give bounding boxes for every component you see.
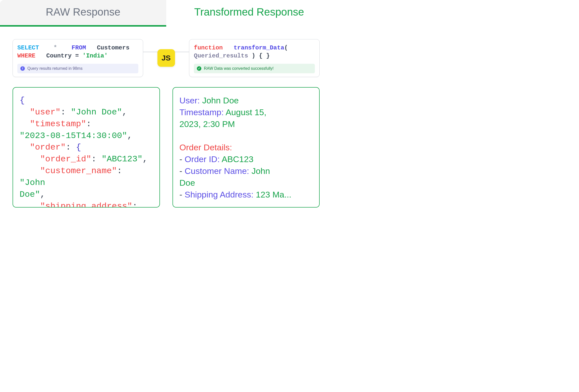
json-colon: :: [86, 119, 91, 129]
t-order-header: Order Details:: [180, 143, 232, 152]
sql-clause-prefix: Country =: [46, 52, 82, 59]
panels-row: { "user": "John Doe", "timestamp": "2023…: [0, 77, 332, 208]
json-key-order: "order": [30, 143, 66, 152]
js-badge: JS: [157, 49, 175, 67]
json-indent: [20, 166, 40, 176]
json-val-orderid: "ABC123": [101, 154, 142, 164]
t-cn-label: Customer Name:: [185, 166, 251, 176]
json-indent: [20, 107, 30, 117]
json-colon: :: [117, 166, 122, 176]
json-indent: [20, 202, 40, 208]
sql-select: SELECT: [17, 44, 39, 51]
json-val-timestamp: "2023-08-15T14:30:00": [20, 131, 127, 141]
t-ts-label: Timestamp:: [180, 107, 226, 117]
json-val-customer-b: Doe": [20, 190, 40, 199]
func-name: transform_Data: [234, 44, 284, 51]
func-keyword: function: [194, 44, 223, 51]
dash: -: [180, 154, 185, 164]
json-open-nested: {: [76, 143, 81, 152]
sql-status-bar: i Query results returned in 98ms: [17, 64, 138, 73]
info-icon: i: [20, 66, 25, 71]
sql-code: SELECT * FROM Customers WHERE Country = …: [17, 44, 138, 60]
json-key-customer: "customer_name": [40, 166, 117, 176]
function-code: function transform_Data( Queried_results…: [194, 44, 315, 60]
t-cn-value-a: John: [252, 166, 270, 176]
cards-row: SELECT * FROM Customers WHERE Country = …: [0, 27, 332, 77]
json-key-timestamp: "timestamp": [30, 119, 86, 129]
t-ship-value: 123 Ma...: [256, 190, 292, 199]
tab-transformed-response[interactable]: Transformed Response: [166, 0, 332, 27]
t-oid-label: Order ID:: [185, 154, 221, 164]
func-close: ) { }: [252, 52, 270, 59]
json-comma: ,: [122, 107, 127, 117]
dash: -: [180, 190, 185, 199]
json-val-user: "John Doe": [71, 107, 122, 117]
func-status-bar: ✓ RAW Data was converted successfully!: [194, 64, 315, 73]
sql-from: FROM: [72, 44, 86, 51]
func-open: (: [284, 44, 288, 51]
t-cn-value-b: Doe: [180, 178, 195, 187]
t-oid-value: ABC123: [222, 154, 254, 164]
transformed-panel: User: John Doe Timestamp: August 15, 202…: [172, 87, 320, 208]
sql-star: *: [53, 44, 57, 51]
json-colon: :: [61, 107, 71, 117]
sql-query-card: SELECT * FROM Customers WHERE Country = …: [13, 39, 143, 77]
function-card: function transform_Data( Queried_results…: [189, 39, 320, 77]
json-colon: :: [91, 154, 102, 164]
check-icon: ✓: [197, 66, 201, 71]
json-val-customer-a: "John: [20, 178, 45, 187]
sql-table: Customers: [97, 44, 130, 51]
tab-raw-response[interactable]: RAW Response: [0, 0, 166, 27]
json-comma: ,: [143, 154, 148, 164]
json-open: {: [20, 96, 25, 105]
raw-json-panel: { "user": "John Doe", "timestamp": "2023…: [13, 87, 160, 208]
json-key-shipping: "shipping_address": [40, 202, 132, 208]
sql-clause-value: 'India': [82, 52, 108, 59]
func-param: Queried_results: [194, 52, 252, 59]
json-comma: ,: [40, 190, 45, 199]
dash: -: [180, 166, 185, 176]
json-key-orderid: "order_id": [40, 154, 91, 164]
t-user-value: John Doe: [202, 96, 239, 105]
json-comma: ,: [127, 131, 132, 141]
json-indent: [20, 119, 30, 129]
t-ts-value-b: 2023, 2:30 PM: [180, 119, 235, 129]
func-status-text: RAW Data was converted successfully!: [204, 66, 274, 71]
json-indent: [20, 154, 40, 164]
json-colon: :: [66, 143, 76, 152]
json-indent: [20, 143, 30, 152]
sql-where: WHERE: [17, 52, 35, 59]
t-user-label: User:: [180, 96, 202, 105]
header-row: RAW Response Transformed Response: [0, 0, 332, 27]
json-key-user: "user": [30, 107, 61, 117]
sql-status-text: Query results returned in 98ms: [27, 66, 83, 71]
t-ship-label: Shipping Address:: [185, 190, 256, 199]
json-colon: :: [132, 202, 137, 208]
t-ts-value-a: August 15,: [225, 107, 266, 117]
